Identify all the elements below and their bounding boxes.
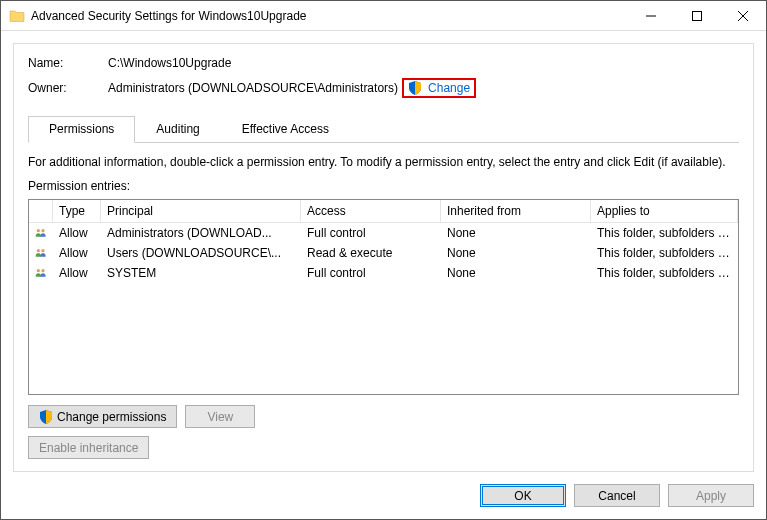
cell-principal: SYSTEM	[101, 265, 301, 281]
folder-icon	[9, 8, 25, 24]
ok-button[interactable]: OK	[480, 484, 566, 507]
instruction-text: For additional information, double-click…	[28, 155, 739, 169]
change-permissions-label: Change permissions	[57, 410, 166, 424]
col-principal-header[interactable]: Principal	[101, 200, 301, 222]
svg-point-6	[37, 249, 40, 252]
cell-inherited: None	[441, 245, 591, 261]
tab-auditing[interactable]: Auditing	[135, 116, 220, 142]
maximize-button[interactable]	[674, 1, 720, 30]
close-button[interactable]	[720, 1, 766, 30]
users-icon	[35, 266, 47, 280]
users-icon	[35, 226, 47, 240]
col-icon-header[interactable]	[29, 200, 53, 222]
tab-effective-access[interactable]: Effective Access	[221, 116, 350, 142]
name-label: Name:	[28, 56, 108, 70]
shield-icon	[39, 410, 53, 424]
col-inherited-header[interactable]: Inherited from	[441, 200, 591, 222]
svg-point-8	[37, 269, 40, 272]
cell-applies: This folder, subfolders and files	[591, 265, 738, 281]
cell-principal: Users (DOWNLOADSOURCE\...	[101, 245, 301, 261]
owner-label: Owner:	[28, 81, 108, 95]
name-row: Name: C:\Windows10Upgrade	[28, 56, 739, 70]
titlebar: Advanced Security Settings for Windows10…	[1, 1, 766, 31]
svg-point-4	[37, 229, 40, 232]
window-controls	[628, 1, 766, 30]
cell-applies: This folder, subfolders and files	[591, 245, 738, 261]
table-header: Type Principal Access Inherited from App…	[29, 200, 738, 223]
table-row[interactable]: AllowUsers (DOWNLOADSOURCE\...Read & exe…	[29, 243, 738, 263]
tab-permissions[interactable]: Permissions	[28, 116, 135, 143]
table-row[interactable]: AllowSYSTEMFull controlNoneThis folder, …	[29, 263, 738, 283]
cell-type: Allow	[53, 265, 101, 281]
apply-button: Apply	[668, 484, 754, 507]
view-button: View	[185, 405, 255, 428]
svg-point-5	[41, 229, 44, 232]
shield-icon	[408, 81, 422, 95]
change-owner-link[interactable]: Change	[428, 81, 470, 95]
svg-point-9	[41, 269, 44, 272]
col-applies-header[interactable]: Applies to	[591, 200, 738, 222]
cell-applies: This folder, subfolders and files	[591, 225, 738, 241]
cell-type: Allow	[53, 225, 101, 241]
cell-inherited: None	[441, 265, 591, 281]
svg-rect-1	[693, 11, 702, 20]
cancel-button[interactable]: Cancel	[574, 484, 660, 507]
enable-inheritance-button: Enable inheritance	[28, 436, 149, 459]
cell-access: Full control	[301, 225, 441, 241]
tabs: Permissions Auditing Effective Access	[28, 116, 739, 143]
cell-principal: Administrators (DOWNLOAD...	[101, 225, 301, 241]
col-type-header[interactable]: Type	[53, 200, 101, 222]
owner-value: Administrators (DOWNLOADSOURCE\Administr…	[108, 81, 398, 95]
window-title: Advanced Security Settings for Windows10…	[31, 9, 628, 23]
permissions-table[interactable]: Type Principal Access Inherited from App…	[28, 199, 739, 395]
cell-access: Read & execute	[301, 245, 441, 261]
col-access-header[interactable]: Access	[301, 200, 441, 222]
users-icon	[35, 246, 47, 260]
table-row[interactable]: AllowAdministrators (DOWNLOAD...Full con…	[29, 223, 738, 243]
change-permissions-button[interactable]: Change permissions	[28, 405, 177, 428]
name-value: C:\Windows10Upgrade	[108, 56, 231, 70]
change-link-highlight: Change	[402, 78, 476, 98]
owner-row: Owner: Administrators (DOWNLOADSOURCE\Ad…	[28, 78, 739, 98]
svg-point-7	[41, 249, 44, 252]
cell-access: Full control	[301, 265, 441, 281]
cell-inherited: None	[441, 225, 591, 241]
cell-type: Allow	[53, 245, 101, 261]
entries-label: Permission entries:	[28, 179, 739, 193]
minimize-button[interactable]	[628, 1, 674, 30]
